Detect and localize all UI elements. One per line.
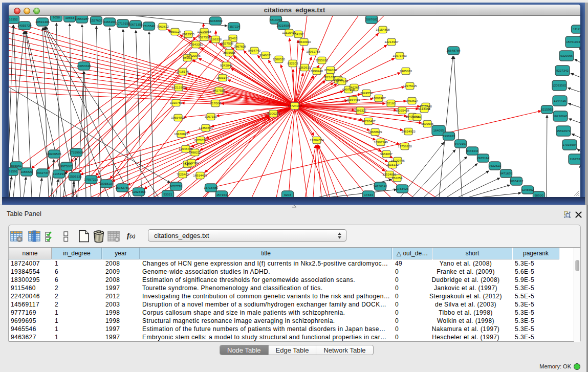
svg-text:14136141: 14136141 xyxy=(373,184,387,188)
svg-text:16352: 16352 xyxy=(9,17,18,21)
svg-text:1156829: 1156829 xyxy=(20,170,33,173)
svg-text:20691406: 20691406 xyxy=(35,20,50,24)
svg-text:10046786: 10046786 xyxy=(179,147,193,150)
svg-text:7625402: 7625402 xyxy=(177,172,189,176)
svg-text:6794028: 6794028 xyxy=(324,68,337,72)
svg-text:16120746: 16120746 xyxy=(390,159,405,162)
svg-text:13226058: 13226058 xyxy=(197,30,211,33)
svg-text:25300275: 25300275 xyxy=(266,112,280,115)
svg-text:3624554: 3624554 xyxy=(360,91,373,95)
svg-text:7632621: 7632621 xyxy=(489,164,502,167)
svg-text:10807487: 10807487 xyxy=(372,96,386,100)
svg-text:19166825: 19166825 xyxy=(174,132,188,136)
svg-text:9699695: 9699695 xyxy=(421,122,434,125)
svg-text:15716485: 15716485 xyxy=(204,186,218,189)
svg-text:15692971: 15692971 xyxy=(556,129,571,133)
svg-text:8454749: 8454749 xyxy=(248,49,261,52)
svg-text:8678352: 8678352 xyxy=(194,138,207,142)
svg-text:9975867: 9975867 xyxy=(60,164,73,168)
svg-text:10958107: 10958107 xyxy=(99,182,114,185)
svg-text:8471676: 8471676 xyxy=(500,171,513,175)
svg-text:6466160: 6466160 xyxy=(103,20,116,24)
svg-text:9527508: 9527508 xyxy=(221,41,234,45)
svg-text:10654112: 10654112 xyxy=(509,179,524,183)
svg-text:9474444: 9474444 xyxy=(466,149,479,152)
svg-text:1167533: 1167533 xyxy=(570,157,580,161)
svg-text:746266: 746266 xyxy=(349,85,360,89)
svg-text:18724007: 18724007 xyxy=(288,104,302,107)
svg-text:2803144: 2803144 xyxy=(216,76,229,79)
svg-text:20206576: 20206576 xyxy=(47,152,61,156)
svg-text:17359928: 17359928 xyxy=(69,150,83,154)
svg-text:62160: 62160 xyxy=(386,101,396,105)
svg-text:8912955: 8912955 xyxy=(182,32,195,36)
svg-text:15720407: 15720407 xyxy=(361,119,376,123)
svg-text:9844: 9844 xyxy=(413,115,421,119)
svg-text:8215953: 8215953 xyxy=(541,107,554,111)
svg-text:7485063: 7485063 xyxy=(400,69,412,73)
svg-text:19384554: 19384554 xyxy=(310,138,324,142)
svg-text:9146821: 9146821 xyxy=(259,53,272,57)
svg-text:14055724: 14055724 xyxy=(17,24,32,27)
svg-text:7515546: 7515546 xyxy=(143,24,156,28)
svg-text:9203: 9203 xyxy=(284,193,291,196)
svg-text:17334: 17334 xyxy=(364,193,373,196)
svg-text:8660124: 8660124 xyxy=(169,30,182,33)
svg-text:11123: 11123 xyxy=(573,27,580,31)
svg-text:12093582: 12093582 xyxy=(552,83,567,87)
svg-text:164095: 164095 xyxy=(433,128,444,132)
svg-text:1362615: 1362615 xyxy=(298,65,311,69)
svg-text:16154808: 16154808 xyxy=(376,28,390,31)
svg-text:7357224: 7357224 xyxy=(228,25,241,28)
svg-text:9113468: 9113468 xyxy=(418,107,430,111)
svg-text:16782759: 16782759 xyxy=(115,186,129,189)
svg-text:391591: 391591 xyxy=(9,169,18,173)
svg-text:2935114: 2935114 xyxy=(477,156,489,160)
svg-text:252254: 252254 xyxy=(392,176,403,180)
svg-text:217004: 217004 xyxy=(210,101,221,105)
svg-text:10671355: 10671355 xyxy=(128,23,143,26)
svg-text:1010755: 1010755 xyxy=(170,101,183,104)
svg-text:9227342: 9227342 xyxy=(556,69,569,72)
svg-text:13640910: 13640910 xyxy=(297,40,311,43)
svg-text:7663822: 7663822 xyxy=(157,25,169,28)
svg-text:835061: 835061 xyxy=(11,164,22,167)
svg-text:8186328: 8186328 xyxy=(209,37,222,41)
svg-text:1615132: 1615132 xyxy=(386,163,399,166)
svg-text:2087682: 2087682 xyxy=(365,17,378,21)
svg-text:6479197: 6479197 xyxy=(454,142,467,145)
svg-text:9527506: 9527506 xyxy=(198,35,211,39)
svg-text:18907249: 18907249 xyxy=(374,140,388,144)
svg-text:10961758: 10961758 xyxy=(306,50,320,53)
svg-text:12353594: 12353594 xyxy=(199,126,213,129)
svg-text:8990448: 8990448 xyxy=(311,69,323,73)
svg-text:1527602: 1527602 xyxy=(90,18,103,22)
svg-text:16210643: 16210643 xyxy=(553,114,568,118)
svg-text:10543362: 10543362 xyxy=(189,42,203,46)
svg-text:10653: 10653 xyxy=(65,16,74,19)
svg-text:10688609: 10688609 xyxy=(368,130,382,134)
svg-text:9684067: 9684067 xyxy=(380,152,393,156)
svg-text:1588520: 1588520 xyxy=(273,57,286,61)
svg-text:10973493: 10973493 xyxy=(393,54,407,57)
svg-text:17016504: 17016504 xyxy=(562,143,577,146)
svg-text:9329966: 9329966 xyxy=(560,54,573,57)
svg-text:2867608: 2867608 xyxy=(234,45,247,48)
svg-text:14099489: 14099489 xyxy=(184,161,199,164)
svg-text:2942737: 2942737 xyxy=(36,171,49,174)
svg-text:19756928: 19756928 xyxy=(398,144,412,148)
svg-text:93021: 93021 xyxy=(163,192,172,196)
svg-text:2718176: 2718176 xyxy=(177,70,189,73)
svg-text:1145194: 1145194 xyxy=(53,172,65,176)
svg-text:12213967: 12213967 xyxy=(384,40,399,43)
svg-text:10719155: 10719155 xyxy=(116,21,130,25)
svg-text:17957223: 17957223 xyxy=(84,178,98,181)
svg-text:12213369: 12213369 xyxy=(171,85,186,89)
svg-text:10553287: 10553287 xyxy=(75,17,89,20)
svg-text:12505135: 12505135 xyxy=(68,174,82,178)
svg-text:104192: 104192 xyxy=(293,32,304,36)
svg-text:7955812: 7955812 xyxy=(316,58,329,62)
svg-text:19654923: 19654923 xyxy=(401,129,416,133)
svg-text:3875685: 3875685 xyxy=(223,51,236,54)
svg-text:832203: 832203 xyxy=(288,61,298,65)
